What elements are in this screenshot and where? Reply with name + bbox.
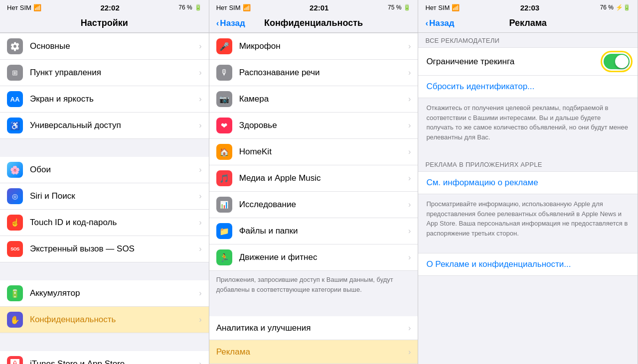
reset-identifier-link[interactable]: Сбросить идентификатор... [418, 76, 638, 98]
privacy-item-mic[interactable]: 🎤 Микрофон › [209, 33, 418, 60]
homekit-label: HomeKit [239, 147, 408, 157]
status-left-2: Нет SIM 📶 [216, 4, 251, 11]
files-label: Файлы и папки [239, 226, 408, 236]
settings-item-sos[interactable]: SOS Экстренный вызов — SOS › [0, 236, 209, 262]
mic-label: Микрофон [239, 41, 408, 51]
osnovnye-label: Основные [30, 41, 199, 51]
status-left-1: Нет SIM 📶 [7, 4, 41, 11]
reklama-label: Реклама [216, 347, 408, 357]
chevron-analytics: › [408, 324, 411, 333]
privacy-item-speech[interactable]: 🎙 Распознавание речи › [209, 60, 418, 86]
analytics-label: Аналитика и улучшения [216, 323, 408, 333]
time-1: 22:02 [100, 3, 119, 12]
settings-item-oboi[interactable]: 🌸 Обои › [0, 157, 209, 183]
chevron-oboi: › [199, 165, 201, 174]
chevron-homekit: › [408, 147, 411, 156]
settings-list: Основные › ⊞ Пункт управления › AA Экран… [0, 33, 209, 364]
settings-item-universal[interactable]: ♿ Универсальный доступ › [0, 113, 209, 139]
konfid-label: Конфиденциальность [30, 315, 199, 325]
carrier-2: Нет SIM [216, 4, 241, 11]
universal-icon: ♿ [7, 118, 23, 133]
sos-label: Экстренный вызов — SOS [30, 244, 199, 254]
camera-label: Камера [239, 94, 408, 104]
settings-item-touchid[interactable]: ☝ Touch ID и код-пароль › [0, 210, 209, 236]
chevron-mic: › [408, 42, 411, 51]
mic-icon: 🎤 [216, 38, 232, 54]
ads-title: Реклама [509, 18, 547, 28]
research-label: Исследование [239, 200, 408, 210]
back-chevron-2: ‹ [216, 18, 219, 28]
wifi-icon-3: 📶 [452, 4, 460, 11]
universal-label: Универсальный доступ [30, 121, 199, 130]
siri-icon: ◎ [7, 188, 23, 204]
privacy-list: 🎤 Микрофон › 🎙 Распознавание речи › 📷 Ка… [209, 33, 418, 364]
settings-item-konfid[interactable]: ✋ Конфиденциальность › [0, 307, 209, 333]
chevron-camera: › [408, 95, 411, 104]
status-left-3: Нет SIM 📶 [425, 4, 460, 11]
privacy-item-reklama[interactable]: Реклама › [209, 340, 418, 364]
panel-settings: Нет SIM 📶 22:02 76 % 🔋 Настройки Основны… [0, 0, 209, 364]
privacy-item-analytics[interactable]: Аналитика и улучшения › [209, 316, 418, 340]
privacy-item-files[interactable]: 📁 Файлы и папки › [209, 218, 418, 244]
privacy-item-camera[interactable]: 📷 Камера › [209, 86, 418, 113]
chevron-reklama: › [408, 348, 411, 357]
back-btn-3[interactable]: ‹ Назад [425, 18, 454, 28]
oboi-label: Обои [30, 165, 199, 175]
apple-ad-info-text: Просматривайте информацию, использованну… [418, 194, 638, 243]
ads-list: ВСЕ РЕКЛАМОДАТЕЛИ Ограничение трекинга С… [418, 33, 638, 364]
tracking-label: Ограничение трекинга [426, 57, 514, 67]
privacy-item-homekit[interactable]: 🏠 HomeKit › [209, 139, 418, 165]
ekran-label: Экран и яркость [30, 94, 199, 104]
camera-icon: 📷 [216, 91, 232, 107]
panel-ads: Нет SIM 📶 22:03 76 % ⚡🔋 ‹ Назад Реклама … [418, 0, 638, 364]
chevron-punkt: › [199, 68, 201, 77]
privacy-item-media[interactable]: 🎵 Медиа и Apple Music › [209, 165, 418, 192]
tracking-toggle[interactable] [604, 54, 630, 69]
health-icon: ❤ [216, 118, 232, 133]
health-label: Здоровье [239, 121, 408, 130]
settings-item-punkt[interactable]: ⊞ Пункт управления › [0, 60, 209, 86]
chevron-speech: › [408, 68, 411, 77]
sos-icon: SOS [7, 241, 23, 257]
settings-item-akkum[interactable]: 🔋 Аккумулятор › [0, 280, 209, 307]
carrier-1: Нет SIM [7, 4, 31, 11]
punkt-icon: ⊞ [7, 65, 23, 81]
settings-item-siri[interactable]: ◎ Siri и Поиск › [0, 183, 209, 210]
battery-icon-1: 🔋 [194, 4, 202, 11]
wifi-icon-1: 📶 [33, 4, 41, 11]
toggle-knob [615, 55, 629, 68]
privacy-title: Конфиденциальность [264, 18, 363, 28]
touchid-label: Touch ID и код-пароль [30, 218, 199, 228]
speech-icon: 🎙 [216, 65, 232, 81]
chevron-siri: › [199, 192, 201, 201]
time-2: 22:01 [310, 3, 328, 12]
touchid-icon: ☝ [7, 215, 23, 231]
chevron-health: › [408, 121, 411, 130]
settings-item-osnovnye[interactable]: Основные › [0, 33, 209, 60]
privacy-link[interactable]: О Рекламе и конфиденциальности... [418, 253, 638, 276]
status-bar-3: Нет SIM 📶 22:03 76 % ⚡🔋 [418, 0, 638, 14]
settings-item-ekran[interactable]: AA Экран и яркость › [0, 86, 209, 113]
homekit-icon: 🏠 [216, 144, 232, 160]
privacy-item-motion[interactable]: 🏃 Движение и фитнес › [209, 244, 418, 271]
status-right-2: 75 % 🔋 [388, 4, 411, 11]
privacy-navbar: ‹ Назад Конфиденциальность [209, 14, 418, 33]
settings-item-itunes[interactable]: 🅰 iTunes Store и App Store › [0, 351, 209, 364]
chevron-media: › [408, 174, 411, 183]
itunes-label: iTunes Store и App Store [30, 359, 199, 364]
privacy-item-health[interactable]: ❤ Здоровье › [209, 113, 418, 139]
ad-info-text: Откажитесь от получения целевой рекламы,… [418, 98, 638, 147]
status-right-1: 76 % 🔋 [178, 4, 201, 11]
battery-text-2: 75 % [388, 4, 401, 11]
punkt-label: Пункт управления [30, 68, 199, 78]
view-ad-info-link[interactable]: См. информацию о рекламе [418, 171, 638, 194]
chevron-motion: › [408, 253, 411, 262]
back-chevron-3: ‹ [425, 18, 428, 28]
settings-title: Настройки [81, 18, 128, 28]
back-btn-2[interactable]: ‹ Назад [216, 18, 245, 28]
motion-icon: 🏃 [216, 249, 232, 265]
privacy-item-research[interactable]: 📊 Исследование › [209, 192, 418, 218]
media-label: Медиа и Apple Music [239, 173, 408, 183]
siri-label: Siri и Поиск [30, 191, 199, 201]
all-advertisers-header: ВСЕ РЕКЛАМОДАТЕЛИ [418, 33, 638, 47]
